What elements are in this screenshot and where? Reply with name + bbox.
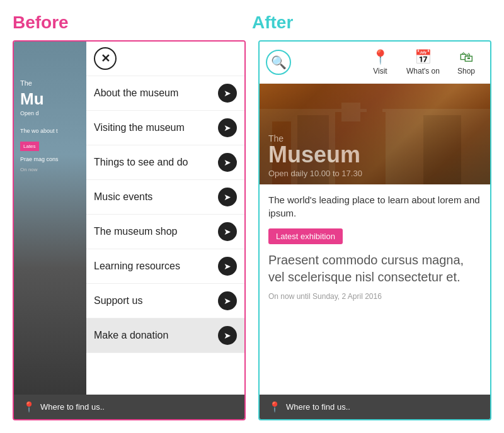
menu-item-label-0: About the museum — [94, 87, 178, 99]
nav-visit[interactable]: 📍 Visit — [363, 47, 398, 78]
menu-overlay: ✕ About the museum ➤ Visiting the museum… — [14, 42, 244, 419]
menu-item-label-2: Things to see and do — [94, 157, 188, 168]
world-leading-text: The world's leading place to learn about… — [268, 193, 481, 220]
menu-item-6[interactable]: Support us ➤ — [86, 284, 244, 318]
menu-item-4[interactable]: The museum shop ➤ — [86, 215, 244, 249]
svg-rect-7 — [341, 103, 360, 121]
svg-rect-6 — [423, 115, 461, 184]
menu-item-label-1: Visiting the museum — [94, 122, 185, 133]
whatson-label: What's on — [406, 67, 440, 76]
on-now-text: On now until Sunday, 2 April 2016 — [268, 292, 481, 301]
arrow-icon-6: ➤ — [218, 291, 237, 310]
praesent-text: Praesent commodo cursus magna, vel scele… — [268, 252, 481, 286]
svg-rect-8 — [367, 99, 382, 121]
menu-item-0[interactable]: About the museum ➤ — [86, 76, 244, 111]
menu-item-3[interactable]: Music events ➤ — [86, 180, 244, 215]
before-label: Before — [13, 13, 252, 33]
arrow-icon-5: ➤ — [218, 257, 237, 276]
visit-icon: 📍 — [372, 49, 389, 65]
arrow-icon-1: ➤ — [218, 118, 237, 137]
menu-item-label-6: Support us — [94, 295, 142, 306]
before-panel: The Mu Open d The wo about t Lates Prae … — [13, 40, 246, 420]
latest-exhibition-badge: Latest exhibition — [268, 228, 343, 244]
visit-label: Visit — [373, 67, 387, 76]
after-header: 🔍 📍 Visit 📅 What's on 🛍 Shop — [260, 42, 490, 84]
pin-icon: 📍 — [23, 401, 35, 413]
close-button[interactable]: ✕ — [94, 47, 117, 70]
menu-item-5[interactable]: Learning resources ➤ — [86, 249, 244, 284]
after-label: After — [252, 13, 491, 33]
menu-item-7[interactable]: Make a donation ➤ — [86, 318, 244, 353]
after-pin-icon: 📍 — [268, 401, 281, 413]
arrow-icon-4: ➤ — [218, 222, 237, 241]
whatson-icon: 📅 — [415, 49, 432, 65]
arrow-icon-2: ➤ — [218, 153, 237, 172]
after-content: The world's leading place to learn about… — [260, 184, 490, 395]
nav-whatson[interactable]: 📅 What's on — [398, 47, 449, 78]
svg-rect-2 — [272, 121, 291, 184]
header-nav: 📍 Visit 📅 What's on 🛍 Shop — [297, 47, 484, 78]
after-footer-text: Where to find us.. — [286, 402, 350, 412]
after-footer: 📍 Where to find us.. — [260, 395, 490, 419]
before-footer: 📍 Where to find us.. — [14, 395, 244, 419]
menu-item-label-7: Make a donation — [94, 330, 168, 341]
menu-item-label-5: Learning resources — [94, 261, 180, 272]
svg-rect-4 — [335, 112, 386, 184]
menu-item-2[interactable]: Things to see and do ➤ — [86, 145, 244, 180]
menu-item-label-3: Music events — [94, 191, 152, 203]
nav-shop[interactable]: 🛍 Shop — [449, 47, 484, 78]
arrow-icon-0: ➤ — [218, 84, 237, 103]
svg-rect-3 — [297, 115, 329, 184]
arrow-icon-3: ➤ — [218, 188, 237, 206]
before-footer-text: Where to find us.. — [40, 402, 105, 412]
menu-item-label-4: The museum shop — [94, 226, 178, 237]
shop-icon: 🛍 — [459, 49, 473, 65]
hero-image: The Museum Open daily 10.00 to 17.30 — [260, 84, 490, 184]
search-button[interactable]: 🔍 — [266, 50, 291, 75]
shop-label: Shop — [457, 67, 475, 76]
after-panel: 🔍 📍 Visit 📅 What's on 🛍 Shop — [258, 40, 491, 420]
svg-rect-5 — [392, 118, 417, 184]
arrow-icon-7: ➤ — [218, 326, 237, 345]
menu-item-1[interactable]: Visiting the museum ➤ — [86, 111, 244, 145]
